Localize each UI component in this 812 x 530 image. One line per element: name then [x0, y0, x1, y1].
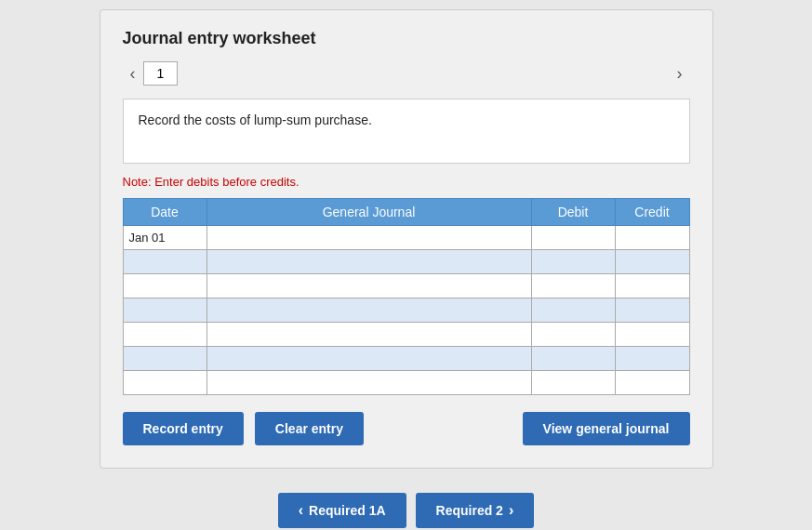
journal-input[interactable]	[207, 298, 531, 322]
bottom-navigation: Required 1A Required 2	[278, 493, 534, 528]
journal-input[interactable]	[207, 347, 531, 370]
journal-cell[interactable]	[206, 250, 531, 274]
table-row	[123, 274, 689, 298]
right-arrow-icon	[509, 502, 513, 519]
instruction-text: Record the costs of lump-sum purchase.	[139, 113, 372, 127]
date-cell	[123, 298, 206, 323]
required-2-button[interactable]: Required 2	[416, 493, 535, 528]
journal-cell[interactable]	[206, 226, 531, 250]
col-header-date: Date	[123, 199, 206, 226]
credit-input[interactable]	[616, 250, 689, 273]
journal-input[interactable]	[207, 323, 531, 346]
debit-input[interactable]	[532, 298, 615, 322]
debit-cell[interactable]	[531, 250, 615, 274]
journal-input[interactable]	[207, 274, 531, 298]
journal-cell[interactable]	[206, 371, 531, 395]
credit-cell[interactable]	[615, 323, 689, 347]
col-header-journal: General Journal	[206, 199, 531, 226]
credit-input[interactable]	[616, 323, 689, 346]
worksheet-title: Journal entry worksheet	[123, 29, 690, 48]
table-row	[123, 371, 689, 395]
date-cell	[123, 323, 206, 347]
required-2-label: Required 2	[436, 503, 503, 518]
instruction-box: Record the costs of lump-sum purchase.	[123, 99, 690, 164]
debit-cell[interactable]	[531, 298, 615, 323]
credit-cell[interactable]	[615, 298, 689, 323]
next-tab-button[interactable]: ›	[670, 62, 690, 86]
debit-input[interactable]	[532, 371, 615, 394]
action-buttons: Record entry Clear entry View general jo…	[123, 412, 690, 445]
record-entry-button[interactable]: Record entry	[123, 412, 244, 445]
tab-number: 1	[143, 61, 179, 86]
credit-cell[interactable]	[615, 226, 689, 250]
date-cell: Jan 01	[123, 226, 206, 250]
debit-input[interactable]	[532, 250, 615, 273]
credit-cell[interactable]	[615, 274, 689, 298]
journal-cell[interactable]	[206, 347, 531, 371]
date-cell	[123, 371, 206, 395]
debit-cell[interactable]	[531, 226, 615, 250]
journal-cell[interactable]	[206, 298, 531, 323]
journal-cell[interactable]	[206, 274, 531, 298]
required-1a-label: Required 1A	[309, 503, 385, 518]
clear-entry-button[interactable]: Clear entry	[255, 412, 364, 445]
credit-cell[interactable]	[615, 371, 689, 395]
debit-input[interactable]	[532, 323, 615, 346]
col-header-credit: Credit	[615, 199, 689, 226]
journal-cell[interactable]	[206, 323, 531, 347]
debit-cell[interactable]	[531, 371, 615, 395]
prev-tab-button[interactable]: ‹	[123, 62, 143, 86]
credit-input[interactable]	[616, 226, 689, 249]
table-row: Jan 01	[123, 226, 689, 250]
date-cell	[123, 347, 206, 371]
credit-cell[interactable]	[615, 347, 689, 371]
table-row	[123, 298, 689, 323]
debit-input[interactable]	[532, 347, 615, 370]
tab-navigation: ‹ 1 ›	[123, 61, 690, 86]
left-arrow-icon	[299, 502, 303, 519]
credit-input[interactable]	[616, 371, 689, 394]
col-header-debit: Debit	[531, 199, 615, 226]
date-cell	[123, 274, 206, 298]
note-text: Note: Enter debits before credits.	[123, 175, 690, 189]
table-row	[123, 347, 689, 371]
journal-input[interactable]	[207, 226, 531, 249]
journal-table: Date General Journal Debit Credit Jan 01	[123, 198, 690, 395]
debit-input[interactable]	[532, 226, 615, 249]
credit-input[interactable]	[616, 347, 689, 370]
journal-input[interactable]	[207, 250, 531, 273]
credit-cell[interactable]	[615, 250, 689, 274]
table-row	[123, 323, 689, 347]
journal-input[interactable]	[207, 371, 531, 394]
table-row	[123, 250, 689, 274]
credit-input[interactable]	[616, 274, 689, 298]
debit-cell[interactable]	[531, 274, 615, 298]
debit-input[interactable]	[532, 274, 615, 298]
worksheet-panel: Journal entry worksheet ‹ 1 › Record the…	[100, 9, 713, 469]
debit-cell[interactable]	[531, 323, 615, 347]
required-1a-button[interactable]: Required 1A	[278, 493, 406, 528]
view-general-journal-button[interactable]: View general journal	[523, 412, 690, 445]
credit-input[interactable]	[616, 298, 689, 322]
debit-cell[interactable]	[531, 347, 615, 371]
date-cell	[123, 250, 206, 274]
